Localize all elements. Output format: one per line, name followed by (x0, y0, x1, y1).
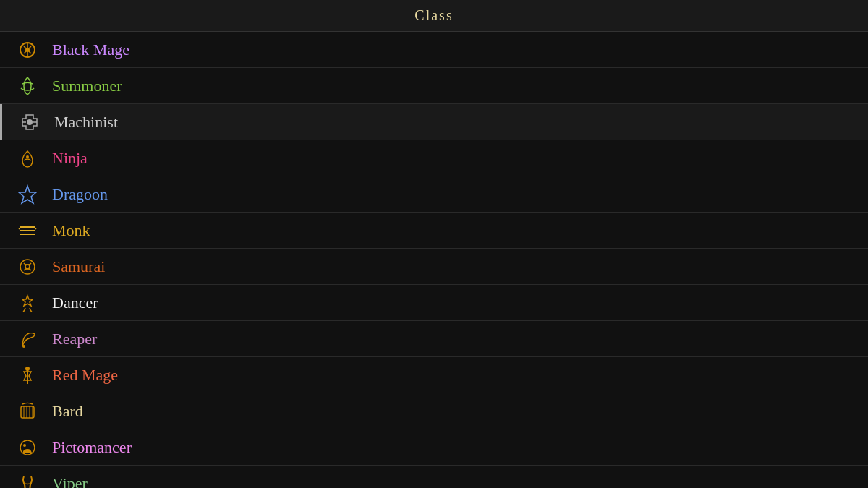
header-title: Class (414, 7, 453, 23)
class-row-viper[interactable]: Viper (0, 466, 868, 488)
svg-rect-19 (21, 406, 34, 418)
class-row-dragoon[interactable]: Dragoon (0, 176, 868, 213)
header: Class (0, 0, 868, 32)
bard-name: Bard (52, 402, 83, 421)
svg-point-5 (27, 119, 33, 125)
pictomancer-name: Pictomancer (52, 438, 132, 457)
class-row-samurai[interactable]: Samurai (0, 249, 868, 285)
class-row-summoner[interactable]: Summoner (0, 68, 868, 104)
reaper-icon (14, 326, 41, 352)
samurai-icon (14, 254, 41, 280)
reaper-name: Reaper (52, 330, 97, 348)
viper-icon (14, 471, 41, 489)
red-mage-icon (14, 362, 41, 388)
class-row-machinist[interactable]: Machinist (0, 104, 868, 140)
dancer-icon (14, 290, 41, 316)
summoner-icon (14, 73, 41, 99)
viper-name: Viper (52, 474, 88, 489)
class-row-monk[interactable]: Monk (0, 213, 868, 249)
bard-icon (14, 398, 41, 424)
class-row-red-mage[interactable]: Red Mage (0, 357, 868, 393)
machinist-name: Machinist (54, 113, 118, 132)
pictomancer-icon (14, 435, 41, 461)
samurai-name: Samurai (52, 257, 105, 276)
class-row-dancer[interactable]: Dancer (0, 285, 868, 321)
dragoon-icon (14, 181, 41, 207)
monk-name: Monk (52, 221, 90, 240)
svg-point-4 (25, 48, 30, 52)
dragoon-name: Dragoon (52, 185, 108, 204)
ninja-icon (14, 145, 41, 171)
svg-point-14 (20, 260, 35, 274)
summoner-name: Summoner (52, 77, 122, 95)
svg-point-16 (22, 345, 25, 348)
dancer-name: Dancer (52, 294, 98, 312)
class-row-pictomancer[interactable]: Pictomancer (0, 429, 868, 466)
class-row-reaper[interactable]: Reaper (0, 321, 868, 357)
class-row-bard[interactable]: Bard (0, 393, 868, 429)
svg-point-25 (23, 444, 26, 447)
svg-point-18 (25, 367, 30, 371)
black-mage-icon (14, 37, 41, 63)
monk-icon (14, 218, 41, 244)
class-list: Black MageSummonerMachinistNinjaDragoonM… (0, 32, 868, 488)
class-row-ninja[interactable]: Ninja (0, 140, 868, 176)
class-row-black-mage[interactable]: Black Mage (0, 32, 868, 68)
black-mage-name: Black Mage (52, 40, 129, 59)
main-container: Class Black MageSummonerMachinistNinjaDr… (0, 0, 868, 488)
machinist-icon (17, 109, 43, 135)
red-mage-name: Red Mage (52, 366, 118, 385)
svg-point-8 (26, 155, 29, 158)
ninja-name: Ninja (52, 149, 88, 168)
